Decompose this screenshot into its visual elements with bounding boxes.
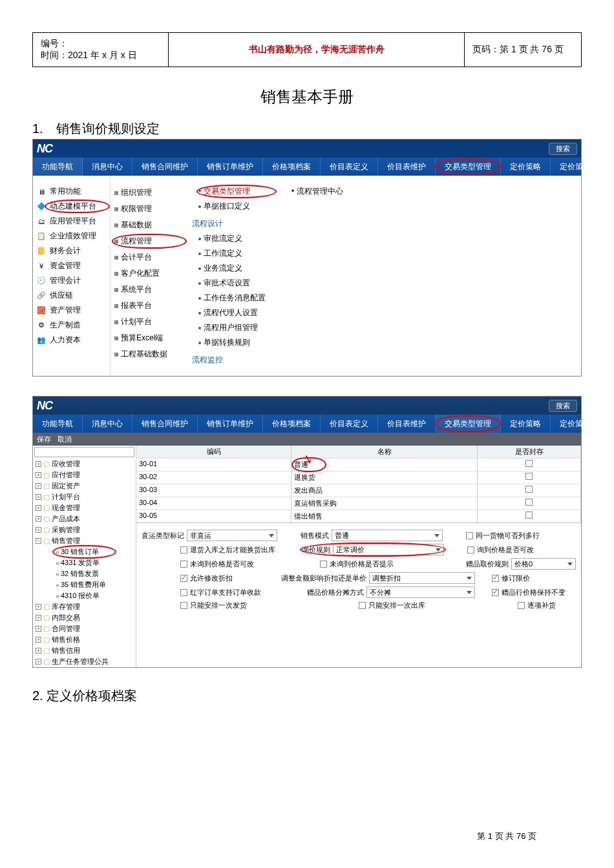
tab-func-nav[interactable]: 功能导航: [33, 415, 83, 433]
nav-common[interactable]: 🖥常用功能: [37, 186, 106, 197]
tab-pricing-strategy[interactable]: 定价策略: [501, 158, 551, 176]
field-gift-split-select[interactable]: 不分摊: [366, 586, 475, 598]
expand-icon[interactable]: +: [36, 615, 41, 621]
nav-production[interactable]: ⚙生产制造: [37, 320, 106, 331]
tree-item[interactable]: +▢销售价格: [33, 634, 136, 645]
menu-org[interactable]: 组织管理: [114, 187, 184, 198]
tree-item[interactable]: +▢产品成本: [33, 513, 136, 524]
expand-icon[interactable]: +: [36, 516, 41, 522]
checkbox-noask-hint[interactable]: [320, 561, 327, 568]
tree-item[interactable]: ▫35 销售费用单: [33, 579, 136, 590]
tab-contract[interactable]: 销售合同维护: [132, 415, 198, 433]
grid-row[interactable]: 30-01 ➘普通: [136, 458, 581, 471]
menu-acct-platform[interactable]: 会计平台: [114, 252, 184, 263]
tab-pricing-match[interactable]: 定价策略匹配设置: [551, 158, 614, 176]
checkbox[interactable]: [525, 460, 533, 467]
menu-task-msg[interactable]: 工作任务消息配置: [198, 293, 275, 304]
tab-pricing-strategy[interactable]: 定价策略: [501, 415, 551, 433]
checkbox[interactable]: [525, 473, 533, 480]
field-adjust-select[interactable]: 调整折扣: [369, 572, 475, 584]
tree-item[interactable]: +▢应收管理: [33, 459, 136, 470]
menu-approval-terms[interactable]: 审批术语设置: [198, 278, 275, 289]
checkbox-noask-modifiable[interactable]: [180, 561, 187, 568]
tab-contract[interactable]: 销售合同维护: [132, 158, 198, 176]
field-mode-select[interactable]: 普通: [332, 530, 443, 541]
tree-item[interactable]: +▢内部交易: [33, 612, 136, 623]
expand-icon[interactable]: +: [36, 659, 41, 665]
field-ask-rule-select[interactable]: 正常调价: [333, 544, 444, 555]
menu-trans-type-mgmt[interactable]: • 交易类型管理: [198, 186, 275, 197]
search-button[interactable]: 搜索: [549, 400, 577, 412]
expand-icon[interactable]: +: [36, 527, 41, 533]
tab-pricing-match[interactable]: 定价策略匹配设置: [551, 415, 614, 433]
checkbox-ask-modifiable[interactable]: [467, 546, 474, 553]
checkbox-ship-once[interactable]: [180, 602, 187, 609]
field-direct-select[interactable]: 非直运: [187, 530, 277, 541]
menu-plan[interactable]: 计划平台: [114, 316, 184, 327]
cancel-button[interactable]: 取消: [58, 435, 72, 444]
tab-trans-type[interactable]: 交易类型管理: [436, 415, 501, 433]
expand-icon[interactable]: +: [36, 648, 41, 654]
menu-report[interactable]: 报表平台: [114, 300, 184, 311]
nav-finance[interactable]: 📒财务会计: [37, 245, 106, 256]
menu-process-center[interactable]: • 流程管理中心: [291, 186, 568, 197]
checkbox-out-once[interactable]: [359, 602, 366, 609]
menu-bill-interface[interactable]: 单据接口定义: [198, 201, 275, 212]
expand-icon[interactable]: +: [36, 461, 41, 467]
nav-app-platform[interactable]: 🗂应用管理平台: [37, 216, 106, 227]
checkbox-red[interactable]: [180, 589, 187, 596]
grid-row[interactable]: 30-05 借出销售: [136, 510, 581, 522]
tab-msg-center[interactable]: 消息中心: [83, 158, 132, 176]
menu-auth[interactable]: 权限管理: [114, 203, 184, 214]
tree-item[interactable]: ▫4310 报价单: [33, 590, 136, 601]
tree-item-sales[interactable]: −▢销售管理: [33, 535, 136, 546]
tab-pricelist-def[interactable]: 价目表定义: [321, 415, 378, 433]
collapse-icon[interactable]: −: [36, 538, 41, 544]
menu-bill-convert[interactable]: 单据转换规则: [198, 337, 275, 348]
tree-item[interactable]: +▢销售信用: [33, 645, 136, 656]
nav-asset[interactable]: 🧱资产管理: [37, 305, 106, 316]
tree-item[interactable]: +▢采购管理: [33, 524, 136, 535]
grid-row[interactable]: 30-03 发出商品: [136, 484, 581, 497]
grid-row[interactable]: 30-04 直运销售采购: [136, 497, 581, 510]
tree-item[interactable]: +▢现金管理: [33, 502, 136, 513]
menu-budget-excel[interactable]: 预算Excel端: [114, 333, 184, 344]
tree-item[interactable]: +▢库存管理: [33, 601, 136, 612]
menu-process-mgmt[interactable]: 流程管理: [114, 236, 184, 247]
tab-msg-center[interactable]: 消息中心: [83, 415, 132, 433]
checkbox[interactable]: [525, 512, 533, 519]
nav-supply-chain[interactable]: 🔗供应链: [37, 290, 106, 301]
tree-item[interactable]: ▫4331 发货单: [33, 557, 136, 568]
tab-trans-type[interactable]: 交易类型管理: [436, 158, 501, 176]
nav-mgmt-acct[interactable]: 🕘管理会计: [37, 275, 106, 286]
menu-bizflow-def[interactable]: 业务流定义: [198, 263, 275, 274]
menu-basic-data[interactable]: 基础数据: [114, 220, 184, 231]
tree-item[interactable]: +▢应付管理: [33, 470, 136, 480]
grid-row[interactable]: 30-02 退换货: [136, 471, 581, 484]
checkbox-return[interactable]: [180, 546, 187, 553]
nav-hr[interactable]: 👥人力资本: [37, 335, 106, 346]
search-button[interactable]: 搜索: [549, 143, 577, 155]
expand-icon[interactable]: +: [36, 505, 41, 511]
checkbox-supply[interactable]: [518, 602, 525, 609]
checkbox-gift-keep[interactable]: [492, 589, 499, 596]
menu-sys-platform[interactable]: 系统平台: [114, 284, 184, 295]
checkbox-allow-discount[interactable]: [180, 575, 187, 582]
tree-item[interactable]: +▢生产任务管理公共: [33, 656, 136, 667]
tab-order[interactable]: 销售订单维护: [198, 158, 263, 176]
expand-icon[interactable]: +: [36, 604, 41, 610]
tree-item[interactable]: +▢固定资产: [33, 480, 136, 491]
expand-icon[interactable]: +: [36, 494, 41, 500]
tab-pricelist-maint[interactable]: 价目表维护: [378, 415, 436, 433]
tab-price-archive[interactable]: 价格项档案: [263, 158, 321, 176]
nav-funds[interactable]: ¥资金管理: [37, 260, 106, 271]
nav-perf[interactable]: 📋企业绩效管理: [37, 231, 106, 242]
tree-item[interactable]: +▢合同管理: [33, 623, 136, 634]
menu-approval-def[interactable]: 审批流定义: [198, 233, 275, 244]
tab-price-archive[interactable]: 价格项档案: [263, 415, 321, 433]
tree-item[interactable]: +▢计划平台: [33, 491, 136, 502]
menu-usergroup[interactable]: 流程用户组管理: [198, 322, 275, 333]
field-gift-rule-select[interactable]: 价格0: [511, 558, 576, 570]
checkbox-fix-price[interactable]: [492, 575, 499, 582]
checkbox-sameitem[interactable]: [466, 532, 473, 539]
